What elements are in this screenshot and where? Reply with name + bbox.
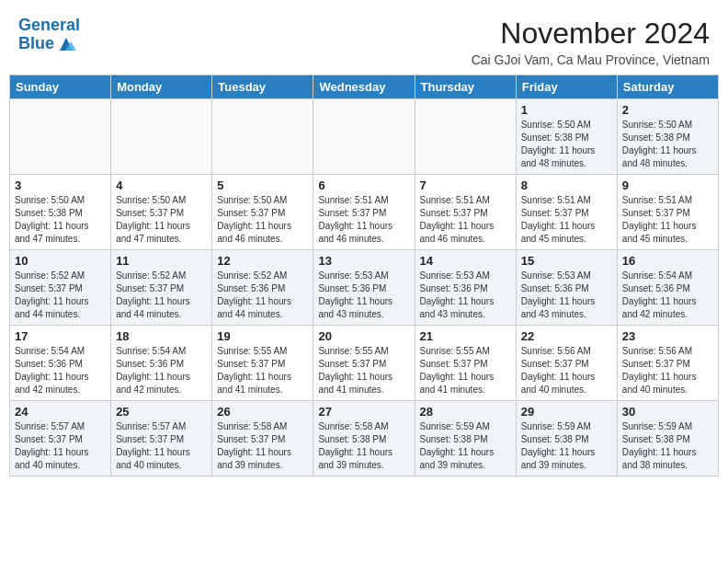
calendar-cell: 18Sunrise: 5:54 AM Sunset: 5:36 PM Dayli… — [111, 326, 212, 401]
day-number: 21 — [420, 329, 511, 343]
location: Cai GJoi Vam, Ca Mau Province, Vietnam — [472, 52, 710, 67]
day-number: 2 — [622, 103, 713, 117]
day-number: 30 — [622, 405, 713, 419]
calendar-cell: 20Sunrise: 5:55 AM Sunset: 5:37 PM Dayli… — [313, 326, 415, 401]
col-header-monday: Monday — [111, 75, 212, 99]
col-header-sunday: Sunday — [10, 75, 111, 99]
day-info: Sunrise: 5:53 AM Sunset: 5:36 PM Dayligh… — [420, 270, 511, 321]
day-info: Sunrise: 5:51 AM Sunset: 5:37 PM Dayligh… — [420, 194, 511, 246]
calendar-cell: 29Sunrise: 5:59 AM Sunset: 5:38 PM Dayli… — [516, 401, 617, 477]
calendar-cell: 19Sunrise: 5:55 AM Sunset: 5:37 PM Dayli… — [212, 326, 313, 401]
calendar-week-row: 3Sunrise: 5:50 AM Sunset: 5:38 PM Daylig… — [10, 175, 719, 250]
calendar-cell: 15Sunrise: 5:53 AM Sunset: 5:36 PM Dayli… — [516, 250, 617, 326]
day-number: 9 — [622, 178, 713, 192]
day-number: 4 — [116, 178, 207, 192]
day-number: 5 — [217, 178, 308, 192]
day-info: Sunrise: 5:57 AM Sunset: 5:37 PM Dayligh… — [15, 420, 106, 472]
day-info: Sunrise: 5:53 AM Sunset: 5:36 PM Dayligh… — [318, 270, 409, 321]
day-number: 13 — [318, 254, 409, 268]
day-info: Sunrise: 5:58 AM Sunset: 5:37 PM Dayligh… — [217, 420, 308, 472]
logo: General Blue — [18, 17, 80, 53]
calendar-week-row: 24Sunrise: 5:57 AM Sunset: 5:37 PM Dayli… — [10, 401, 719, 477]
calendar-table: SundayMondayTuesdayWednesdayThursdayFrid… — [9, 75, 719, 477]
calendar-cell: 5Sunrise: 5:50 AM Sunset: 5:37 PM Daylig… — [212, 175, 313, 250]
calendar-cell: 24Sunrise: 5:57 AM Sunset: 5:37 PM Dayli… — [10, 401, 111, 477]
day-info: Sunrise: 5:54 AM Sunset: 5:36 PM Dayligh… — [622, 270, 713, 321]
day-number: 16 — [622, 254, 713, 268]
day-number: 17 — [15, 329, 106, 343]
calendar-cell: 22Sunrise: 5:56 AM Sunset: 5:37 PM Dayli… — [516, 326, 617, 401]
day-info: Sunrise: 5:51 AM Sunset: 5:37 PM Dayligh… — [521, 194, 612, 246]
day-info: Sunrise: 5:59 AM Sunset: 5:38 PM Dayligh… — [420, 420, 511, 472]
title-block: November 2024 Cai GJoi Vam, Ca Mau Provi… — [472, 17, 710, 67]
calendar-cell — [212, 99, 313, 175]
day-info: Sunrise: 5:59 AM Sunset: 5:38 PM Dayligh… — [521, 420, 612, 472]
day-info: Sunrise: 5:58 AM Sunset: 5:38 PM Dayligh… — [318, 420, 409, 472]
calendar-cell: 30Sunrise: 5:59 AM Sunset: 5:38 PM Dayli… — [617, 401, 718, 477]
calendar-week-row: 10Sunrise: 5:52 AM Sunset: 5:37 PM Dayli… — [10, 250, 719, 326]
day-number: 8 — [521, 178, 612, 192]
calendar-cell: 8Sunrise: 5:51 AM Sunset: 5:37 PM Daylig… — [516, 175, 617, 250]
day-info: Sunrise: 5:55 AM Sunset: 5:37 PM Dayligh… — [217, 345, 308, 396]
logo-blue: Blue — [18, 35, 54, 53]
day-number: 11 — [116, 254, 207, 268]
page-header: General Blue November 2024 Cai GJoi Vam,… — [9, 9, 719, 67]
day-info: Sunrise: 5:56 AM Sunset: 5:37 PM Dayligh… — [521, 345, 612, 396]
day-number: 10 — [15, 254, 106, 268]
day-info: Sunrise: 5:52 AM Sunset: 5:37 PM Dayligh… — [116, 270, 207, 321]
calendar-cell — [415, 99, 516, 175]
calendar-cell: 28Sunrise: 5:59 AM Sunset: 5:38 PM Dayli… — [415, 401, 516, 477]
day-info: Sunrise: 5:52 AM Sunset: 5:36 PM Dayligh… — [217, 270, 308, 321]
calendar-header-row: SundayMondayTuesdayWednesdayThursdayFrid… — [10, 75, 719, 99]
day-info: Sunrise: 5:51 AM Sunset: 5:37 PM Dayligh… — [622, 194, 713, 246]
calendar-cell: 26Sunrise: 5:58 AM Sunset: 5:37 PM Dayli… — [212, 401, 313, 477]
calendar-cell: 6Sunrise: 5:51 AM Sunset: 5:37 PM Daylig… — [313, 175, 415, 250]
col-header-thursday: Thursday — [415, 75, 516, 99]
calendar-cell: 23Sunrise: 5:56 AM Sunset: 5:37 PM Dayli… — [617, 326, 718, 401]
day-number: 25 — [116, 405, 207, 419]
calendar-cell: 25Sunrise: 5:57 AM Sunset: 5:37 PM Dayli… — [111, 401, 212, 477]
calendar-cell: 2Sunrise: 5:50 AM Sunset: 5:38 PM Daylig… — [617, 99, 718, 175]
day-number: 29 — [521, 405, 612, 419]
day-number: 28 — [420, 405, 511, 419]
calendar-cell: 21Sunrise: 5:55 AM Sunset: 5:37 PM Dayli… — [415, 326, 516, 401]
day-info: Sunrise: 5:55 AM Sunset: 5:37 PM Dayligh… — [420, 345, 511, 396]
calendar-cell — [111, 99, 212, 175]
col-header-wednesday: Wednesday — [313, 75, 415, 99]
calendar-cell: 3Sunrise: 5:50 AM Sunset: 5:38 PM Daylig… — [10, 175, 111, 250]
calendar-week-row: 17Sunrise: 5:54 AM Sunset: 5:36 PM Dayli… — [10, 326, 719, 401]
calendar-cell — [10, 99, 111, 175]
day-info: Sunrise: 5:52 AM Sunset: 5:37 PM Dayligh… — [15, 270, 106, 321]
day-number: 26 — [217, 405, 308, 419]
day-number: 6 — [318, 178, 409, 192]
day-info: Sunrise: 5:54 AM Sunset: 5:36 PM Dayligh… — [15, 345, 106, 396]
col-header-tuesday: Tuesday — [212, 75, 313, 99]
calendar-cell: 12Sunrise: 5:52 AM Sunset: 5:36 PM Dayli… — [212, 250, 313, 326]
day-info: Sunrise: 5:56 AM Sunset: 5:37 PM Dayligh… — [622, 345, 713, 396]
calendar-cell — [313, 99, 415, 175]
day-info: Sunrise: 5:50 AM Sunset: 5:38 PM Dayligh… — [15, 194, 106, 246]
day-number: 14 — [420, 254, 511, 268]
day-number: 23 — [622, 329, 713, 343]
day-info: Sunrise: 5:54 AM Sunset: 5:36 PM Dayligh… — [116, 345, 207, 396]
day-number: 19 — [217, 329, 308, 343]
col-header-friday: Friday — [516, 75, 617, 99]
calendar-cell: 7Sunrise: 5:51 AM Sunset: 5:37 PM Daylig… — [415, 175, 516, 250]
calendar-cell: 4Sunrise: 5:50 AM Sunset: 5:37 PM Daylig… — [111, 175, 212, 250]
calendar-week-row: 1Sunrise: 5:50 AM Sunset: 5:38 PM Daylig… — [10, 99, 719, 175]
col-header-saturday: Saturday — [617, 75, 718, 99]
day-number: 7 — [420, 178, 511, 192]
logo-general: General — [18, 16, 80, 34]
day-number: 20 — [318, 329, 409, 343]
calendar-cell: 9Sunrise: 5:51 AM Sunset: 5:37 PM Daylig… — [617, 175, 718, 250]
day-number: 1 — [521, 103, 612, 117]
day-info: Sunrise: 5:51 AM Sunset: 5:37 PM Dayligh… — [318, 194, 409, 246]
day-number: 15 — [521, 254, 612, 268]
calendar-cell: 10Sunrise: 5:52 AM Sunset: 5:37 PM Dayli… — [10, 250, 111, 326]
day-info: Sunrise: 5:50 AM Sunset: 5:38 PM Dayligh… — [622, 119, 713, 170]
day-number: 24 — [15, 405, 106, 419]
day-info: Sunrise: 5:59 AM Sunset: 5:38 PM Dayligh… — [622, 420, 713, 472]
day-info: Sunrise: 5:53 AM Sunset: 5:36 PM Dayligh… — [521, 270, 612, 321]
day-info: Sunrise: 5:55 AM Sunset: 5:37 PM Dayligh… — [318, 345, 409, 396]
day-info: Sunrise: 5:50 AM Sunset: 5:38 PM Dayligh… — [521, 119, 612, 170]
